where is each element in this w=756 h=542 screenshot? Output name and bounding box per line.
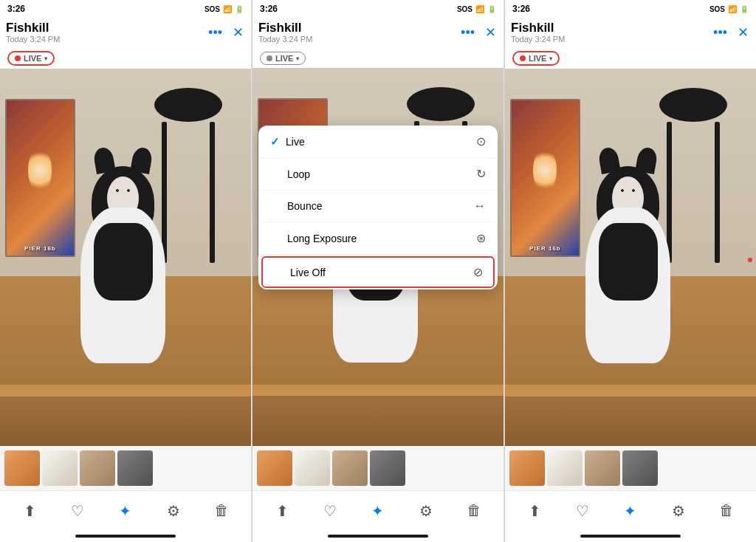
step-lower bbox=[0, 397, 251, 446]
header-actions: ••• ✕ bbox=[207, 24, 245, 41]
status-icons: SOS 📶 🔋 bbox=[709, 5, 749, 13]
photo-title: Fishkill bbox=[258, 21, 459, 35]
live-badge[interactable]: LIVE▾ bbox=[260, 52, 306, 65]
menu-item-live[interactable]: ✓ Live ⊙ bbox=[258, 126, 498, 158]
menu-item-long-exposure[interactable]: Long Exposure ⊛ bbox=[258, 222, 498, 255]
photo-title-block: Fishkill Today 3:24 PM bbox=[258, 21, 459, 44]
heart-button[interactable]: ♡ bbox=[569, 498, 596, 524]
header-actions: ••• ✕ bbox=[459, 24, 498, 41]
delete-button[interactable]: 🗑 bbox=[208, 498, 235, 524]
photo-title: Fishkill bbox=[6, 21, 207, 35]
live-badge-wrap: LIVE▾ bbox=[505, 49, 756, 69]
live-badge-wrap: LIVE▾ bbox=[252, 49, 504, 68]
close-button[interactable]: ✕ bbox=[736, 24, 750, 41]
magic-button[interactable]: ✦ bbox=[617, 498, 644, 524]
status-icons: SOS 📶 🔋 bbox=[205, 5, 244, 13]
chevron-down-icon: ▾ bbox=[296, 55, 299, 62]
bottom-toolbar: ⬆♡✦⚙🗑 bbox=[505, 490, 756, 530]
live-badge[interactable]: LIVE▾ bbox=[7, 51, 55, 66]
adjust-button[interactable]: ⚙ bbox=[413, 498, 439, 524]
live-label: LIVE bbox=[529, 54, 546, 63]
close-button[interactable]: ✕ bbox=[484, 24, 498, 41]
thumbnail-3[interactable] bbox=[585, 450, 620, 486]
thumbnail-4[interactable] bbox=[117, 450, 153, 486]
sos-icon: SOS bbox=[205, 5, 220, 13]
share-button[interactable]: ⬆ bbox=[16, 498, 43, 524]
share-button[interactable]: ⬆ bbox=[269, 498, 295, 524]
cat bbox=[575, 156, 681, 363]
wifi-icon: 📶 bbox=[728, 5, 737, 13]
phone-panel-2: 3:26 SOS 📶 🔋 Fishkill Today 3:24 PM ••• … bbox=[252, 0, 504, 542]
magic-button[interactable]: ✦ bbox=[365, 498, 391, 524]
menu-item-icon-0: ⊙ bbox=[476, 134, 486, 148]
menu-item-left-4: Live Off bbox=[273, 267, 326, 278]
thumbnail-1[interactable] bbox=[4, 450, 40, 486]
stool-top bbox=[659, 88, 727, 122]
live-badge[interactable]: LIVE▾ bbox=[512, 51, 560, 66]
bottom-toolbar: ⬆♡✦⚙🗑 bbox=[0, 490, 251, 530]
live-circle-icon bbox=[520, 55, 526, 61]
poster bbox=[5, 99, 75, 258]
menu-item-left-3: Long Exposure bbox=[270, 233, 357, 244]
live-dropdown-menu: ✓ Live ⊙ Loop ↻ Bounce ↔ Lon bbox=[258, 126, 498, 289]
thumbnail-1[interactable] bbox=[257, 450, 292, 486]
adjust-button[interactable]: ⚙ bbox=[665, 498, 692, 524]
steps bbox=[0, 363, 251, 446]
header-actions: ••• ✕ bbox=[712, 24, 750, 41]
home-indicator bbox=[252, 530, 504, 542]
thumbnail-4[interactable] bbox=[622, 450, 658, 486]
menu-item-icon-2: ↔ bbox=[474, 199, 486, 213]
close-button[interactable]: ✕ bbox=[231, 24, 245, 41]
thumbnail-3[interactable] bbox=[332, 450, 368, 486]
heart-button[interactable]: ♡ bbox=[317, 498, 343, 524]
photo-header: Fishkill Today 3:24 PM ••• ✕ bbox=[505, 16, 756, 49]
menu-item-label-4: Live Off bbox=[290, 267, 326, 278]
thumbnail-2[interactable] bbox=[547, 450, 583, 486]
delete-button[interactable]: 🗑 bbox=[713, 498, 740, 524]
bottom-toolbar: ⬆♡✦⚙🗑 bbox=[252, 490, 504, 530]
photo-header: Fishkill Today 3:24 PM ••• ✕ bbox=[252, 16, 504, 49]
cat-eye-left bbox=[621, 189, 624, 192]
chevron-down-icon: ▾ bbox=[44, 55, 47, 62]
live-label: LIVE bbox=[24, 54, 41, 63]
stool-leg-right bbox=[715, 122, 720, 264]
photo-title-block: Fishkill Today 3:24 PM bbox=[6, 21, 207, 44]
menu-item-label-1: Loop bbox=[287, 168, 310, 180]
more-button[interactable]: ••• bbox=[712, 25, 729, 41]
share-button[interactable]: ⬆ bbox=[521, 498, 548, 524]
menu-item-live-off[interactable]: Live Off ⊘ bbox=[261, 256, 495, 288]
stool-top bbox=[407, 87, 475, 121]
thumbnail-2[interactable] bbox=[42, 450, 78, 486]
live-badge-wrap: LIVE▾ bbox=[0, 49, 251, 69]
sos-icon: SOS bbox=[457, 5, 472, 13]
cat-photo bbox=[505, 69, 756, 446]
cat-eye-left bbox=[116, 189, 119, 192]
status-bar: 3:26 SOS 📶 🔋 bbox=[505, 0, 756, 16]
step-lower bbox=[252, 396, 504, 446]
status-bar: 3:26 SOS 📶 🔋 bbox=[252, 0, 504, 16]
photo-title: Fishkill bbox=[511, 21, 712, 35]
photo-title-block: Fishkill Today 3:24 PM bbox=[511, 21, 712, 44]
steps bbox=[252, 363, 504, 446]
live-circle-icon bbox=[267, 55, 272, 61]
heart-button[interactable]: ♡ bbox=[64, 498, 91, 524]
red-dot-indicator bbox=[748, 258, 752, 262]
photo-area bbox=[0, 69, 251, 446]
thumbnail-strip bbox=[0, 446, 251, 490]
menu-item-loop[interactable]: Loop ↻ bbox=[258, 158, 498, 191]
more-button[interactable]: ••• bbox=[459, 25, 476, 41]
delete-button[interactable]: 🗑 bbox=[461, 498, 487, 524]
stool-leg-right bbox=[210, 122, 215, 264]
cat-body bbox=[80, 207, 165, 363]
checkmark-icon: ✓ bbox=[270, 135, 280, 148]
thumbnail-4[interactable] bbox=[370, 450, 405, 486]
thumbnail-1[interactable] bbox=[509, 450, 545, 486]
thumbnail-2[interactable] bbox=[295, 450, 330, 486]
thumbnail-strip bbox=[505, 446, 756, 490]
thumbnail-3[interactable] bbox=[80, 450, 115, 486]
menu-item-bounce[interactable]: Bounce ↔ bbox=[258, 191, 498, 222]
menu-item-left-1: Loop bbox=[270, 168, 310, 180]
more-button[interactable]: ••• bbox=[207, 25, 224, 41]
adjust-button[interactable]: ⚙ bbox=[160, 498, 187, 524]
magic-button[interactable]: ✦ bbox=[112, 498, 139, 524]
